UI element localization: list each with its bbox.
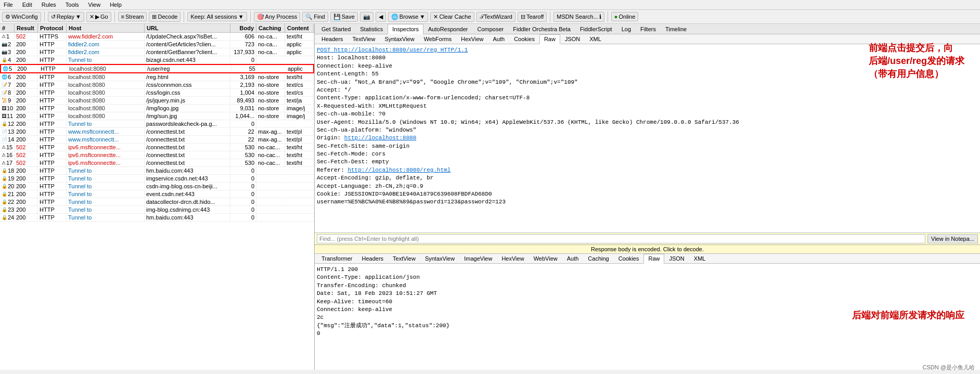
response-tab-cookies[interactable]: Cookies: [614, 254, 644, 263]
stream-button[interactable]: ≡ Stream: [118, 12, 147, 21]
response-tab-xml[interactable]: XML: [689, 254, 711, 263]
col-header-content[interactable]: Content: [285, 24, 314, 32]
request-line: Sec-ch-ua-platform: "windows": [317, 126, 978, 134]
inspector-tab-log[interactable]: Log: [617, 24, 636, 34]
go-button[interactable]: ✕ ▶ Go: [86, 12, 111, 22]
menu-view[interactable]: View: [87, 1, 102, 8]
session-body: 530: [230, 159, 256, 166]
table-row[interactable]: 📜 9 200 HTTP localhost:8080 /js/jquery.m…: [0, 97, 314, 105]
menu-rules[interactable]: Rules: [40, 1, 58, 8]
response-tab-hexview[interactable]: HexView: [497, 254, 528, 263]
response-tab-auth[interactable]: Auth: [562, 254, 584, 263]
back-button[interactable]: ◀: [376, 12, 386, 22]
referer-link[interactable]: http://localhost:8080/reg.html: [347, 167, 450, 173]
col-header-protocol[interactable]: Protocol: [38, 24, 67, 32]
col-header-num[interactable]: #: [0, 24, 15, 32]
request-tab-auth[interactable]: Auth: [488, 34, 510, 44]
online-button[interactable]: ● Online: [611, 12, 638, 21]
table-row[interactable]: 🔒 22 200 HTTP Tunnel to datacollector-dr…: [0, 198, 314, 206]
inspector-tab-get-started[interactable]: Get Started: [317, 24, 355, 34]
table-row[interactable]: 🖼 10 200 HTTP localhost:8080 /img/logo.j…: [0, 105, 314, 112]
table-row[interactable]: 🔒 18 200 HTTP Tunnel to hm.baidu.com:443…: [0, 167, 314, 175]
request-tab-hexview[interactable]: HexView: [456, 34, 488, 44]
menu-tools[interactable]: Tools: [64, 1, 81, 8]
col-header-host[interactable]: Host: [67, 24, 145, 32]
request-tab-xml[interactable]: XML: [585, 34, 606, 44]
table-row[interactable]: ⚠ 16 502 HTTP ipv6.msftconnectte... /con…: [0, 151, 314, 159]
table-row[interactable]: 📷 3 200 HTTP fiddler2.com /content/GetBa…: [0, 48, 314, 56]
inspector-tab-fiddler-orchestra-beta[interactable]: Fiddler Orchestra Beta: [508, 24, 575, 34]
response-tab-webview[interactable]: WebView: [529, 254, 562, 263]
session-number: 5: [9, 66, 12, 72]
col-header-caching[interactable]: Caching: [256, 24, 285, 32]
request-tab-webforms[interactable]: WebForms: [419, 34, 457, 44]
table-row[interactable]: 🔒 23 200 HTTP Tunnel to img-blog.csdnimg…: [0, 206, 314, 214]
table-row[interactable]: 📄 13 200 HTTP www.msftconnectt... /conne…: [0, 128, 314, 136]
request-tab-raw[interactable]: Raw: [539, 34, 560, 44]
col-header-url[interactable]: URL: [145, 24, 230, 32]
text-wizard-button[interactable]: 𝒯 TextWizard: [476, 12, 515, 22]
col-header-body[interactable]: Body: [230, 24, 256, 32]
table-row[interactable]: 🖼 11 200 HTTP localhost:8080 /img/sun.jp…: [0, 112, 314, 120]
table-row[interactable]: 🔒 21 200 HTTP Tunnel to event.csdn.net:4…: [0, 190, 314, 198]
table-row[interactable]: 📝 8 200 HTTP localhost:8080 /css/login.c…: [0, 89, 314, 97]
response-tab-syntaxview[interactable]: SyntaxView: [420, 254, 459, 263]
inspector-tab-timeline[interactable]: Timeline: [661, 24, 691, 34]
screenshot-button[interactable]: 📷: [360, 12, 373, 22]
tearoff-button[interactable]: ⊟ Tearoff: [518, 12, 547, 22]
origin-link[interactable]: http://localhost:8080: [344, 135, 417, 141]
table-row[interactable]: ⚠ 15 502 HTTP ipv6.msftconnectte... /con…: [0, 144, 314, 151]
browse-button[interactable]: 🌐 Browse ▼: [388, 12, 429, 22]
table-row[interactable]: 🔒 24 200 HTTP Tunnel to hm.baidu.com:443…: [0, 214, 314, 222]
menu-file[interactable]: File: [2, 1, 15, 8]
table-row[interactable]: ⚠ 17 502 HTTP ipv6.msftconnectte... /con…: [0, 159, 314, 167]
table-row[interactable]: 🔒 4 200 HTTP Tunnel to bizagi.csdn.net:4…: [0, 56, 314, 64]
table-row[interactable]: 📷 2 200 HTTP fiddler2.com /content/GetAr…: [0, 41, 314, 48]
menu-help[interactable]: Help: [108, 1, 123, 8]
col-header-result[interactable]: Result: [15, 24, 38, 32]
request-url-link[interactable]: POST http://localhost:8080/user/reg HTTP…: [317, 47, 468, 53]
clear-cache-button[interactable]: ✕ Clear Cache: [430, 12, 474, 22]
table-row[interactable]: 🔒 19 200 HTTP Tunnel to imgservice.csdn.…: [0, 175, 314, 183]
replay-button[interactable]: ↺ Replay ▼: [48, 12, 84, 22]
inspector-tab-autoresponder[interactable]: AutoResponder: [423, 24, 472, 34]
response-tab-caching[interactable]: Caching: [583, 254, 613, 263]
request-tab-headers[interactable]: Headers: [317, 34, 348, 44]
table-row[interactable]: 📝 7 200 HTTP localhost:8080 /css/connmon…: [0, 81, 314, 89]
inspector-tab-filters[interactable]: Filters: [636, 24, 661, 34]
response-tab-textview[interactable]: TextView: [388, 254, 420, 263]
any-process-button[interactable]: 🎯 Any Process: [254, 12, 301, 22]
winconfig-button[interactable]: ⚙ WinConfig: [2, 12, 41, 22]
inspector-tab-fiddlerscript[interactable]: FiddlerScript: [575, 24, 617, 34]
session-content: [285, 194, 314, 195]
response-tab-transformer[interactable]: Transformer: [317, 254, 357, 263]
request-tab-json[interactable]: JSON: [560, 34, 585, 44]
inspector-tab-composer[interactable]: Composer: [472, 24, 508, 34]
session-body: 55: [231, 65, 257, 72]
response-tab-imageview[interactable]: ImageView: [459, 254, 497, 263]
table-row[interactable]: 🔒 20 200 HTTP Tunnel to csdn-img-blog.os…: [0, 183, 314, 190]
find-button[interactable]: 🔍 Find: [302, 12, 328, 22]
session-number: 18: [8, 167, 14, 174]
response-tab-headers[interactable]: Headers: [357, 254, 389, 263]
table-row[interactable]: 📄 14 200 HTTP www.msftconnectt... /conne…: [0, 136, 314, 144]
request-tab-syntaxview[interactable]: SyntaxView: [380, 34, 419, 44]
view-in-notepad-button[interactable]: View in Notepa...: [927, 234, 978, 243]
request-tab-textview[interactable]: TextView: [348, 34, 380, 44]
table-row[interactable]: 🌐 5 200 HTTP localhost:8080 /user/reg 55…: [0, 64, 314, 73]
msdn-search-button[interactable]: MSDN Search... ℹ: [553, 12, 604, 22]
table-row[interactable]: ⚠ 1 502 HTTPS www.fiddler2.com /UpdateCh…: [0, 33, 314, 41]
save-button[interactable]: 💾 Save: [330, 12, 358, 22]
response-tab-raw[interactable]: Raw: [643, 254, 664, 264]
inspector-tab-inspectors[interactable]: Inspectors: [388, 24, 423, 34]
table-row[interactable]: 🔒 12 200 HTTP Tunnel to passwordsleakche…: [0, 120, 314, 128]
table-row[interactable]: 🌐 6 200 HTTP localhost:8080 /reg.html 3,…: [0, 73, 314, 81]
find-input[interactable]: [317, 234, 925, 243]
encoded-notice[interactable]: Response body is encoded. Click to decod…: [315, 245, 980, 254]
request-tab-cookies[interactable]: Cookies: [509, 34, 539, 44]
response-tab-json[interactable]: JSON: [664, 254, 689, 263]
keep-sessions-button[interactable]: Keep: All sessions ▼: [187, 12, 247, 21]
decode-button[interactable]: ⊞ Decode: [149, 12, 180, 22]
inspector-tab-statistics[interactable]: Statistics: [355, 24, 388, 34]
menu-edit[interactable]: Edit: [21, 1, 34, 8]
